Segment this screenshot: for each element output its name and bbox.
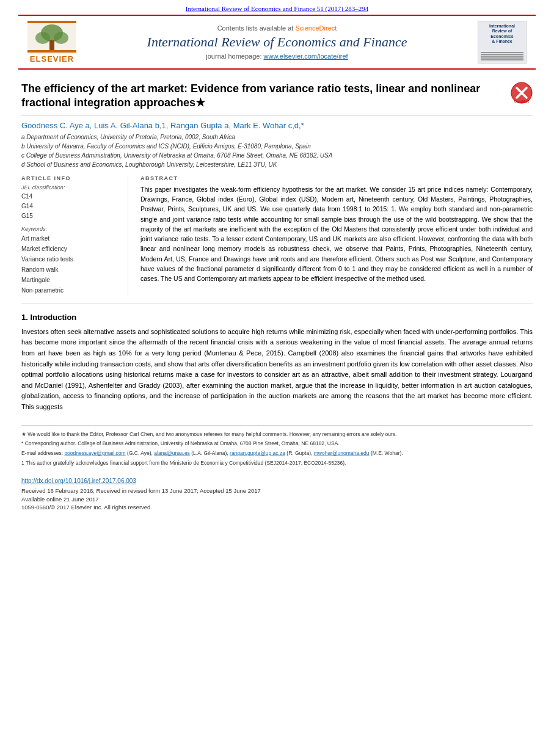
abstract-column: ABSTRACT This paper investigates the wea… [140, 175, 533, 296]
keyword-market-efficiency: Market efficiency [21, 244, 120, 254]
svg-point-3 [54, 32, 68, 44]
journal-header: ELSEVIER Contents lists available at Sci… [18, 15, 536, 70]
email-alana[interactable]: alana@unav.es [154, 450, 190, 456]
elsevier-text: ELSEVIER [30, 54, 74, 64]
jel-classification-label: JEL classification: [21, 184, 120, 191]
footnote-corresponding: * Corresponding author. College of Busin… [21, 440, 533, 448]
keyword-variance-ratio: Variance ratio tests [21, 254, 120, 264]
section-divider [21, 303, 533, 303]
keyword-art-market: Art market [21, 233, 120, 244]
abstract-label: ABSTRACT [140, 175, 533, 181]
journal-title: International Review of Economics and Fi… [86, 34, 468, 50]
svg-point-2 [35, 32, 50, 44]
authors: Goodness C. Aye a, Luis A. Gil-Alana b,1… [21, 121, 533, 130]
jel-code-g15: G15 [21, 211, 120, 221]
contents-line: Contents lists available at ScienceDirec… [86, 24, 468, 32]
email-wohar[interactable]: mwohar@unomaha.edu [314, 450, 370, 456]
elsevier-logo: ELSEVIER [27, 21, 76, 64]
affiliation-b: b University of Navarra, Faculty of Econ… [21, 142, 533, 151]
article-body: The efficiency of the art market: Eviden… [0, 70, 554, 523]
email-aye[interactable]: goodness.aye@gmail.com [64, 450, 125, 456]
header-logo: ELSEVIER [18, 21, 86, 64]
elsevier-tree-icon [27, 21, 76, 54]
svg-rect-6 [27, 21, 76, 23]
crossmark-icon[interactable]: CrossMark [511, 82, 533, 104]
available-text: Available online 21 June 2017 [21, 496, 533, 503]
header-center: Contents lists available at ScienceDirec… [86, 24, 468, 60]
intro-text: Investors often seek alternative assets … [21, 327, 533, 413]
copyright-text: 1059-0560/© 2017 Elsevier Inc. All right… [21, 504, 533, 511]
page: International Review of Economics and Fi… [0, 0, 554, 756]
keyword-random-walk: Random walk [21, 264, 120, 275]
keyword-non-parametric: Non-parametric [21, 285, 120, 296]
svg-text:CrossMark: CrossMark [514, 100, 530, 103]
affiliations: a Department of Economics, University of… [21, 133, 533, 169]
keywords-label: Keywords: [21, 226, 120, 232]
svg-rect-4 [49, 40, 54, 50]
top-journal-link: International Review of Economics and Fi… [0, 0, 554, 15]
abstract-text: This paper investigates the weak-form ef… [140, 184, 533, 284]
affiliation-a: a Department of Economics, University of… [21, 133, 533, 142]
article-info-label: ARTICLE INFO [21, 175, 120, 181]
doi-link[interactable]: http://dx.doi.org/10.1016/j.iref.2017.06… [21, 478, 136, 484]
footnote-email: E-mail addresses: goodness.aye@gmail.com… [21, 449, 533, 457]
received-text: Received 16 February 2016; Received in r… [21, 487, 533, 494]
doi-section: http://dx.doi.org/10.1016/j.iref.2017.06… [21, 474, 533, 511]
keyword-martingale: Martingale [21, 275, 120, 285]
svg-rect-5 [27, 50, 76, 53]
email-gupta[interactable]: rangan.gupta@up.ac.za [230, 450, 285, 456]
header-right: InternationalReview ofEconomics& Finance [468, 21, 536, 64]
journal-citation-link[interactable]: International Review of Economics and Fi… [186, 5, 368, 12]
footnotes-section: ★ We would like to thank the Editor, Pro… [21, 425, 533, 467]
homepage-url[interactable]: www.elsevier.com/locate/iref [264, 53, 348, 60]
journal-homepage: journal homepage: www.elsevier.com/locat… [86, 53, 468, 60]
jel-code-c14: C14 [21, 192, 120, 202]
article-info-column: ARTICLE INFO JEL classification: C14 G14… [21, 175, 128, 296]
introduction-section: 1. Introduction Investors often seek alt… [21, 313, 533, 413]
affiliation-c: c College of Business Administration, Un… [21, 151, 533, 160]
mini-journal-cover: InternationalReview ofEconomics& Finance [478, 21, 527, 64]
article-title: The efficiency of the art market: Eviden… [21, 82, 498, 111]
intro-heading: 1. Introduction [21, 313, 533, 322]
two-column-layout: ARTICLE INFO JEL classification: C14 G14… [21, 175, 533, 296]
science-direct-link[interactable]: ScienceDirect [295, 24, 337, 32]
footnote-1: 1 This author gratefully acknowledges fi… [21, 459, 533, 467]
title-section: The efficiency of the art market: Eviden… [21, 82, 533, 116]
footnote-star: ★ We would like to thank the Editor, Pro… [21, 431, 533, 438]
affiliation-d: d School of Business and Economics, Loug… [21, 160, 533, 169]
jel-code-g14: G14 [21, 202, 120, 211]
